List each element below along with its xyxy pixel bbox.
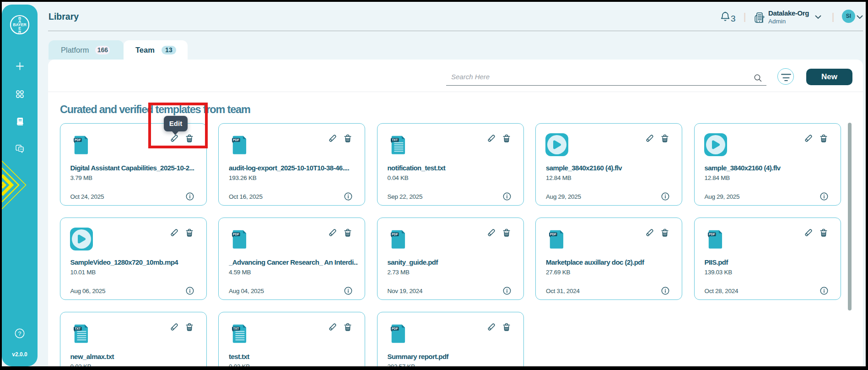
svg-text:R: R (18, 30, 22, 34)
svg-text:A: A (18, 19, 21, 24)
svg-text:?: ? (18, 331, 22, 337)
